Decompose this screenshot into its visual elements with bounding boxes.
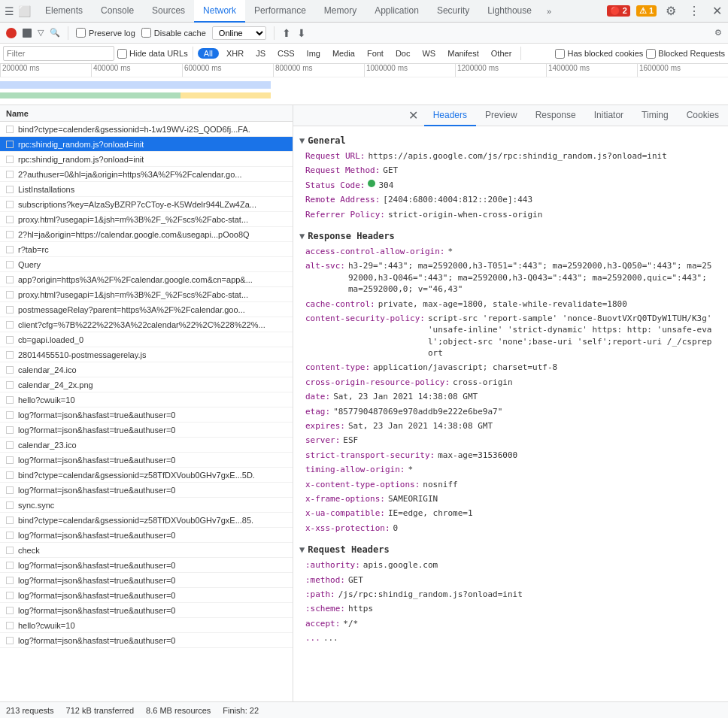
disable-cache-checkbox[interactable] — [141, 28, 151, 38]
record-button[interactable] — [6, 28, 17, 38]
network-settings-icon[interactable]: ⚙ — [714, 28, 722, 38]
list-item[interactable]: rpc:shindig_random.js?onload=init — [0, 137, 293, 152]
list-item[interactable]: calendar_24.ico — [0, 362, 293, 377]
list-item[interactable]: hello?cwuik=10 — [0, 392, 293, 407]
close-devtools-icon[interactable]: ✕ — [709, 4, 725, 18]
timeline-tick-6: 1200000 ms — [455, 64, 546, 77]
list-item[interactable]: bind?ctype=calendar&gsessionid=z58TfDXVo… — [0, 468, 293, 483]
detail-tab-cookies[interactable]: Cookies — [678, 105, 728, 126]
list-item[interactable]: app?origin=https%3A%2F%2Fcalendar.google… — [0, 272, 293, 287]
item-color-box — [6, 321, 14, 329]
list-item[interactable]: proxy.html?usegapi=1&jsh=m%3B%2F_%2Fscs%… — [0, 287, 293, 302]
list-item[interactable]: ListInstallations — [0, 182, 293, 197]
list-item[interactable]: calendar_24_2x.png — [0, 377, 293, 392]
device-toggle-icon[interactable]: ⬜ — [18, 5, 30, 17]
has-blocked-cookies-checkbox[interactable] — [555, 49, 565, 59]
settings-icon[interactable]: ⚙ — [663, 4, 679, 18]
filter-other-button[interactable]: Other — [487, 48, 517, 59]
import-icon[interactable]: ⬆ — [282, 27, 291, 39]
response-headers-section-header[interactable]: ▼ Response Headers — [293, 228, 728, 244]
hide-data-urls-checkbox[interactable] — [117, 49, 127, 59]
disable-cache-label[interactable]: Disable cache — [141, 28, 206, 38]
tab-elements[interactable]: Elements — [36, 0, 92, 23]
item-name-label: 2?hl=ja&origin=https://calendar.google.c… — [18, 230, 250, 239]
filter-font-button[interactable]: Font — [362, 48, 388, 59]
filter-xhr-button[interactable]: XHR — [222, 48, 248, 59]
detail-tab-headers[interactable]: Headers — [424, 105, 476, 126]
export-icon[interactable]: ⬇ — [297, 27, 306, 39]
list-item[interactable]: log?format=json&hasfast=true&authuser=0 — [0, 483, 293, 498]
list-item[interactable]: sync.sync — [0, 498, 293, 513]
list-item[interactable]: log?format=json&hasfast=true&authuser=0 — [0, 423, 293, 438]
blocked-requests-label[interactable]: Blocked Requests — [646, 49, 725, 59]
tab-memory[interactable]: Memory — [315, 0, 366, 23]
timeline: 200000 ms 400000 ms 600000 ms 800000 ms … — [0, 64, 728, 105]
list-item[interactable]: log?format=json&hasfast=true&authuser=0 — [0, 588, 293, 603]
list-item[interactable]: 2?hl=ja&origin=https://calendar.google.c… — [0, 227, 293, 242]
response-header-row: cache-control:private, max-age=1800, sta… — [305, 297, 716, 311]
list-item[interactable]: check — [0, 543, 293, 558]
devtools-menu-icon[interactable]: ☰ — [3, 5, 15, 17]
search-button[interactable]: 🔍 — [50, 28, 60, 38]
filter-doc-button[interactable]: Doc — [391, 48, 415, 59]
timeline-ruler: 200000 ms 400000 ms 600000 ms 800000 ms … — [0, 64, 728, 77]
filter-button[interactable]: ▽ — [38, 28, 44, 38]
filter-manifest-button[interactable]: Manifest — [443, 48, 484, 59]
list-item[interactable]: bind?ctype=calendar&gsessionid=z58TfDXVo… — [0, 513, 293, 528]
list-item[interactable]: log?format=json&hasfast=true&authuser=0 — [0, 603, 293, 618]
list-item[interactable]: r?tab=rc — [0, 242, 293, 257]
list-item[interactable]: calendar_23.ico — [0, 438, 293, 453]
list-item[interactable]: subscriptions?key=AlzaSyBZRP7cCToy-e-K5W… — [0, 197, 293, 212]
list-item[interactable]: cb=gapi.loaded_0 — [0, 332, 293, 347]
list-item[interactable]: log?format=json&hasfast=true&authuser=0 — [0, 633, 293, 648]
list-item[interactable]: log?format=json&hasfast=true&authuser=0 — [0, 453, 293, 468]
detail-tab-preview[interactable]: Preview — [476, 105, 526, 126]
filter-all-button[interactable]: All — [198, 48, 219, 59]
list-item[interactable]: Query — [0, 257, 293, 272]
list-item[interactable]: 28014455510-postmessagerelay.js — [0, 347, 293, 362]
list-item[interactable]: postmessageRelay?parent=https%3A%2F%2Fca… — [0, 302, 293, 317]
tab-performance[interactable]: Performance — [245, 0, 315, 23]
request-header-name: ... — [305, 632, 320, 644]
tab-more-button[interactable]: » — [541, 7, 557, 16]
request-headers-section-header[interactable]: ▼ Request Headers — [293, 541, 728, 558]
list-item[interactable]: proxy.html?usegapi=1&jsh=m%3B%2F_%2Fscs%… — [0, 212, 293, 227]
hide-data-urls-label[interactable]: Hide data URLs — [117, 49, 188, 59]
filter-ws-button[interactable]: WS — [417, 48, 440, 59]
list-item[interactable]: rpc:shindig_random.js?onload=init — [0, 152, 293, 167]
tab-console[interactable]: Console — [92, 0, 143, 23]
filter-media-button[interactable]: Media — [328, 48, 359, 59]
list-item[interactable]: log?format=json&hasfast=true&authuser=0 — [0, 558, 293, 573]
preserve-log-checkbox[interactable] — [76, 28, 86, 38]
has-blocked-cookies-label[interactable]: Has blocked cookies — [555, 49, 643, 59]
close-panel-icon[interactable]: ✕ — [408, 108, 418, 123]
filter-img-button[interactable]: Img — [302, 48, 325, 59]
filter-input[interactable] — [3, 46, 114, 61]
tab-sources[interactable]: Sources — [143, 0, 194, 23]
list-item[interactable]: log?format=json&hasfast=true&authuser=0 — [0, 573, 293, 588]
list-item[interactable]: bind?ctype=calender&gsessionid=h-1w19WV-… — [0, 122, 293, 137]
more-options-icon[interactable]: ⋮ — [685, 4, 703, 18]
filter-js-button[interactable]: JS — [251, 48, 270, 59]
stop-button[interactable] — [23, 29, 32, 38]
response-header-row: x-xss-protection:0 — [305, 521, 716, 535]
network-throttle-select[interactable]: Online Fast 3G Slow 3G Offline — [212, 26, 266, 40]
list-item[interactable]: log?format=json&hasfast=true&authuser=0 — [0, 407, 293, 423]
list-item[interactable]: log?format=json&hasfast=true&authuser=0 — [0, 528, 293, 543]
detail-tab-initiator[interactable]: Initiator — [585, 105, 632, 126]
blocked-requests-checkbox[interactable] — [646, 49, 656, 59]
item-color-box — [6, 471, 14, 479]
tab-lighthouse[interactable]: Lighthouse — [478, 0, 541, 23]
general-section-header[interactable]: ▼ General — [293, 132, 728, 149]
tab-security[interactable]: Security — [428, 0, 478, 23]
preserve-log-label[interactable]: Preserve log — [76, 28, 135, 38]
filter-css-button[interactable]: CSS — [273, 48, 299, 59]
tab-application[interactable]: Application — [366, 0, 428, 23]
list-item[interactable]: hello?cwuik=10 — [0, 618, 293, 633]
list-item[interactable]: 2?authuser=0&hl=ja&origin=https%3A%2F%2F… — [0, 167, 293, 182]
request-header-name: :method: — [305, 574, 345, 586]
detail-tab-timing[interactable]: Timing — [632, 105, 678, 126]
tab-network[interactable]: Network — [194, 0, 245, 23]
detail-tab-response[interactable]: Response — [526, 105, 585, 126]
list-item[interactable]: client?cfg=%7B%222%22%3A%22calendar%22%2… — [0, 317, 293, 332]
